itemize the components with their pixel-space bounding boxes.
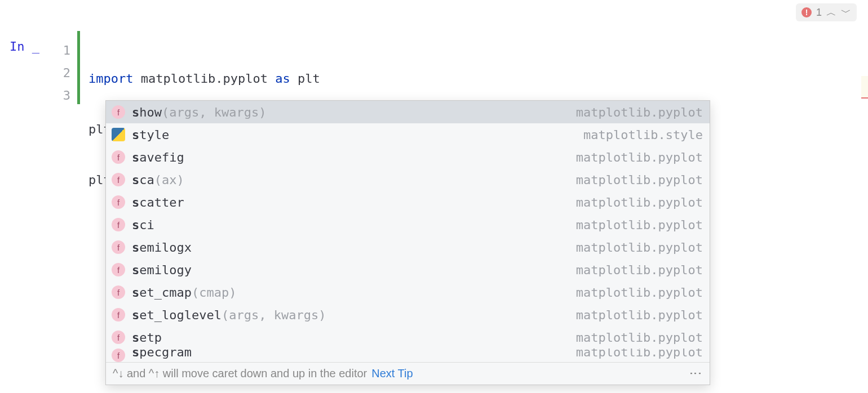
- completion-module: matplotlib.style: [583, 128, 703, 142]
- error-stripe-marker[interactable]: [861, 76, 868, 99]
- cell-run-indicator: [77, 31, 80, 104]
- autocomplete-item[interactable]: fsavefigmatplotlib.pyplot: [106, 146, 710, 168]
- error-count: 1: [816, 7, 822, 19]
- completion-name: scatter: [132, 195, 184, 209]
- function-icon: f: [112, 263, 125, 276]
- autocomplete-item[interactable]: fsca(ax)matplotlib.pyplot: [106, 168, 710, 191]
- completion-name: sca: [132, 173, 154, 187]
- completion-signature: (args, kwargs): [162, 105, 266, 119]
- line-number[interactable]: 1: [43, 39, 77, 62]
- autocomplete-partial-row[interactable]: fspecgrammatplotlib.pyplot: [106, 349, 710, 362]
- inspection-badge[interactable]: ! 1 ︿ ﹀: [796, 3, 857, 21]
- more-options-icon[interactable]: ⋮: [688, 367, 703, 381]
- autocomplete-item[interactable]: fscattermatplotlib.pyplot: [106, 191, 710, 213]
- completion-module: matplotlib.pyplot: [576, 263, 703, 277]
- completion-signature: (cmap): [192, 285, 236, 300]
- autocomplete-item[interactable]: fsemilogxmatplotlib.pyplot: [106, 236, 710, 258]
- function-icon: f: [112, 240, 125, 254]
- completion-name: specgram: [132, 349, 192, 359]
- completion-module: matplotlib.pyplot: [576, 105, 703, 119]
- function-icon: f: [112, 331, 125, 344]
- function-icon: f: [112, 285, 125, 299]
- footer-hint: ^↓ and ^↑ will move caret down and up in…: [113, 367, 367, 380]
- alias-name: plt: [298, 72, 320, 86]
- completion-signature: (args, kwargs): [222, 308, 326, 322]
- line-number[interactable]: 3: [43, 84, 77, 107]
- autocomplete-item[interactable]: fscimatplotlib.pyplot: [106, 213, 710, 236]
- autocomplete-item[interactable]: fset_loglevel(args, kwargs)matplotlib.py…: [106, 303, 710, 326]
- line-number-gutter: 1 2 3: [43, 31, 77, 107]
- next-error-chevron-down-icon[interactable]: ﹀: [841, 6, 851, 19]
- completion-name: semilogx: [132, 240, 192, 254]
- error-icon: !: [801, 7, 812, 17]
- function-icon: f: [112, 150, 125, 164]
- completion-module: matplotlib.pyplot: [576, 331, 703, 345]
- completion-module: matplotlib.pyplot: [576, 218, 703, 232]
- completion-module: matplotlib.pyplot: [576, 240, 703, 254]
- completion-name: style: [132, 128, 169, 142]
- function-icon: f: [112, 173, 125, 186]
- prev-error-chevron-up-icon[interactable]: ︿: [826, 6, 836, 19]
- autocomplete-item[interactable]: fset_cmap(cmap)matplotlib.pyplot: [106, 281, 710, 303]
- completion-module: matplotlib.pyplot: [576, 173, 703, 187]
- completion-name: set_loglevel: [132, 308, 222, 322]
- autocomplete-item[interactable]: fsetpmatplotlib.pyplot: [106, 326, 710, 349]
- function-icon: f: [112, 218, 125, 231]
- function-icon: f: [112, 105, 125, 119]
- completion-name: set_cmap: [132, 285, 192, 300]
- next-tip-link[interactable]: Next Tip: [371, 367, 413, 380]
- line-number[interactable]: 2: [43, 62, 77, 84]
- autocomplete-item[interactable]: fshow(args, kwargs)matplotlib.pyplot: [106, 101, 710, 123]
- completion-name: sci: [132, 218, 154, 232]
- autocomplete-item[interactable]: fsemilogymatplotlib.pyplot: [106, 258, 710, 281]
- function-icon: f: [112, 308, 125, 321]
- completion-module: matplotlib.pyplot: [576, 349, 703, 359]
- function-icon: f: [112, 349, 125, 362]
- completion-name: savefig: [132, 150, 184, 164]
- autocomplete-list[interactable]: fshow(args, kwargs)matplotlib.pyplotstyl…: [106, 101, 710, 349]
- autocomplete-footer: ^↓ and ^↑ will move caret down and up in…: [106, 362, 710, 385]
- completion-module: matplotlib.pyplot: [576, 285, 703, 300]
- code-line[interactable]: import matplotlib.pyplot as plt: [88, 68, 596, 90]
- completion-signature: (ax): [154, 173, 184, 187]
- python-module-icon: [112, 128, 125, 141]
- completion-module: matplotlib.pyplot: [576, 195, 703, 209]
- function-icon: f: [112, 195, 125, 209]
- completion-module: matplotlib.pyplot: [576, 308, 703, 322]
- completion-name: semilogy: [132, 263, 192, 277]
- autocomplete-item[interactable]: stylematplotlib.style: [106, 123, 710, 146]
- keyword-as: as: [275, 72, 290, 86]
- completion-module: matplotlib.pyplot: [576, 150, 703, 164]
- autocomplete-popup: fshow(args, kwargs)matplotlib.pyplotstyl…: [105, 100, 710, 385]
- completion-name: show: [132, 105, 162, 119]
- completion-name: setp: [132, 331, 162, 345]
- cell-prompt: In _: [10, 39, 39, 53]
- module-name: matplotlib.pyplot: [141, 72, 268, 86]
- keyword-import: import: [88, 72, 133, 86]
